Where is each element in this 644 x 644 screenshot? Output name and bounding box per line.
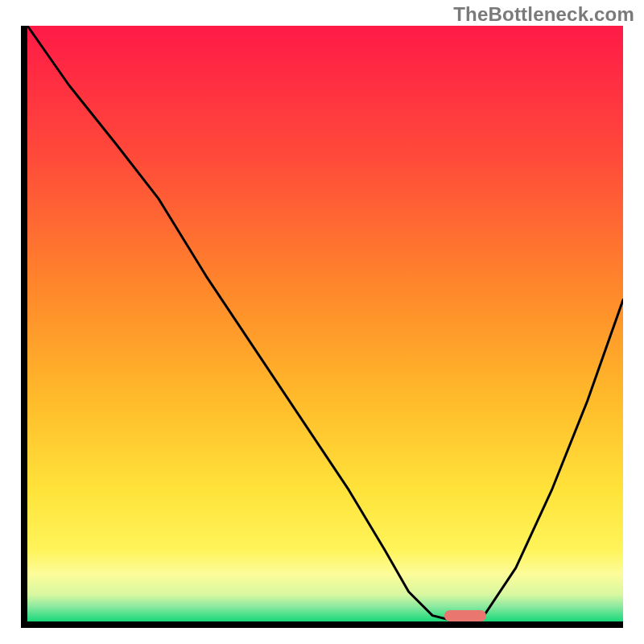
bottleneck-curve	[27, 26, 623, 621]
plot-area	[21, 26, 623, 628]
plot-inner	[27, 26, 623, 621]
chart-frame: TheBottleneck.com	[0, 0, 644, 644]
optimal-point-marker	[444, 610, 486, 621]
watermark-text: TheBottleneck.com	[453, 3, 634, 26]
